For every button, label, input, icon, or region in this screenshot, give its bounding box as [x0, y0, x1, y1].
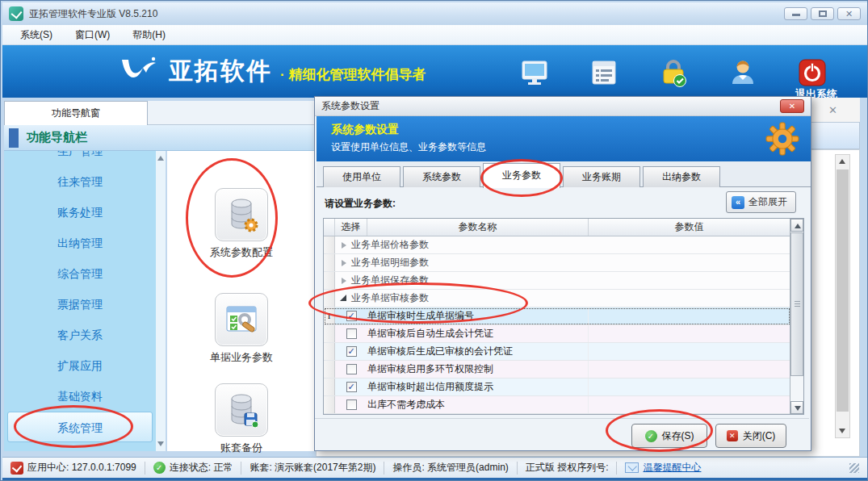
- params-table: 选择 参数名称 参数值 业务单据价格参数业务单据明细参数业务单据保存参数业务单据…: [323, 218, 804, 415]
- group-label: 业务单据保存参数: [351, 272, 429, 289]
- maximize-button[interactable]: [811, 7, 834, 20]
- reminder-link[interactable]: 温馨提醒中心: [643, 461, 701, 475]
- database-gear-icon[interactable]: [215, 188, 268, 241]
- sidebar-item[interactable]: 扩展应用: [7, 350, 153, 381]
- scroll-up-icon[interactable]: [157, 156, 164, 161]
- sidebar-item[interactable]: 基础资料: [7, 381, 153, 412]
- param-value: [589, 379, 790, 395]
- param-item-row[interactable]: ✓单据审核时超出信用额度提示: [324, 379, 790, 396]
- envelope-icon: [625, 462, 639, 473]
- sidebar-item[interactable]: 综合管理: [7, 258, 153, 289]
- window-titlebar: 亚拓管理软件专业版 V8.5.210 ✕: [2, 2, 867, 25]
- dialog-tab[interactable]: 业务参数: [483, 163, 560, 188]
- module-label[interactable]: 系统参数配置: [167, 245, 316, 260]
- module-backup[interactable]: 账套备份: [167, 383, 316, 455]
- param-checkbox[interactable]: [346, 399, 357, 410]
- param-name: 单据审核时生成单据编号: [367, 307, 589, 324]
- expanded-icon[interactable]: [340, 295, 346, 301]
- param-group-row[interactable]: 业务单据保存参数: [324, 272, 790, 290]
- row-header-cell: [324, 272, 335, 289]
- sidebar-item[interactable]: 系统管理: [7, 412, 153, 442]
- scrollbar-thumb[interactable]: [790, 232, 803, 376]
- lock-icon[interactable]: [659, 58, 688, 87]
- scroll-down-icon[interactable]: [790, 401, 803, 414]
- sidebar-item[interactable]: 往来管理: [7, 166, 153, 197]
- nav-header-accent: [9, 128, 19, 148]
- table-header: 选择 参数名称 参数值: [324, 219, 803, 236]
- close-dialog-button[interactable]: ✕ 关闭(C): [715, 424, 786, 448]
- document-close-icon[interactable]: ✕: [828, 104, 837, 116]
- row-header-column: [324, 219, 335, 236]
- close-x-icon: ✕: [727, 430, 738, 441]
- minimize-button[interactable]: [784, 7, 807, 20]
- param-group-row[interactable]: 业务单据明细参数: [324, 254, 790, 272]
- params-prompt: 请设置业务参数:: [325, 197, 396, 211]
- param-value: [589, 396, 790, 413]
- scroll-down-icon[interactable]: [157, 441, 164, 446]
- menu-item[interactable]: 帮助(H): [123, 26, 175, 44]
- dialog-tab[interactable]: 业务账期: [563, 166, 640, 187]
- param-value: [589, 343, 790, 360]
- sidebar-scrollbar[interactable]: [156, 151, 166, 451]
- scroll-down-icon[interactable]: [839, 429, 845, 433]
- param-item-row[interactable]: 单据审核后自动生成会计凭证: [324, 325, 790, 343]
- param-group-row[interactable]: 业务单据审核参数: [324, 290, 790, 307]
- form-list-icon[interactable]: [589, 58, 619, 87]
- module-label[interactable]: 单据业务参数: [167, 350, 316, 365]
- param-group-row[interactable]: 业务单据价格参数: [324, 236, 790, 254]
- power-icon[interactable]: [798, 58, 827, 87]
- param-checkbox[interactable]: ✓: [346, 382, 357, 392]
- dialog-tab[interactable]: 出纳参数: [643, 166, 720, 187]
- nav-tab-row: 功能导航窗: [4, 101, 316, 125]
- param-item-row[interactable]: 单据审核启用多环节权限控制: [324, 361, 790, 379]
- dialog-tab[interactable]: 使用单位: [323, 166, 400, 187]
- status-reminder[interactable]: 温馨提醒中心: [625, 461, 701, 475]
- sidebar-item[interactable]: 客户关系: [7, 320, 153, 350]
- database-backup-icon[interactable]: [215, 383, 268, 437]
- param-item-row[interactable]: I✓单据审核时生成单据编号: [324, 307, 790, 325]
- collapsed-icon[interactable]: [342, 260, 346, 266]
- sidebar-item[interactable]: 账务处理: [7, 197, 153, 228]
- row-header-cell: [324, 325, 335, 342]
- close-button[interactable]: ✕: [837, 7, 861, 20]
- expand-all-button[interactable]: « 全部展开: [726, 191, 796, 213]
- param-item-row[interactable]: 出库不需考虑成本: [324, 396, 790, 414]
- module-label[interactable]: 账套备份: [167, 441, 316, 455]
- param-value: [589, 325, 790, 342]
- menu-item[interactable]: 窗口(W): [65, 26, 120, 44]
- collapsed-icon[interactable]: [342, 278, 346, 284]
- group-label: 业务单据明细参数: [351, 254, 429, 271]
- sidebar-item[interactable]: 票据管理: [7, 289, 153, 320]
- param-checkbox[interactable]: [346, 328, 357, 339]
- banner-subtitle: 设置使用单位信息、业务参数等信息: [331, 140, 486, 154]
- desktop-icon[interactable]: [520, 58, 549, 87]
- column-param-name: 参数名称: [367, 219, 589, 236]
- dialog-close-button[interactable]: ✕: [780, 99, 804, 113]
- module-doc-params[interactable]: 单据业务参数: [167, 293, 316, 365]
- form-wrench-icon[interactable]: [215, 293, 268, 346]
- brand-slogan: 精细化管理软件倡导者: [288, 67, 426, 82]
- dialog-tab[interactable]: 系统参数: [403, 166, 480, 187]
- sidebar-nav-list: 生产管理往来管理账务处理出纳管理综合管理票据管理客户关系扩展应用基础资料系统管理: [4, 151, 156, 451]
- menu-item[interactable]: 系统(S): [10, 26, 62, 44]
- param-checkbox[interactable]: [346, 364, 357, 374]
- save-button[interactable]: ✓ 保存(S): [631, 424, 707, 448]
- table-scrollbar[interactable]: [790, 219, 803, 414]
- scroll-up-icon[interactable]: [839, 159, 845, 164]
- module-system-params[interactable]: 系统参数配置: [167, 188, 316, 260]
- sidebar-item[interactable]: 出纳管理: [7, 228, 153, 258]
- scroll-up-icon[interactable]: [790, 219, 803, 232]
- param-checkbox[interactable]: ✓: [346, 311, 357, 321]
- resize-grip[interactable]: [849, 463, 859, 473]
- document-scrollbar[interactable]: [835, 154, 850, 438]
- scrollbar-thumb[interactable]: [837, 169, 849, 412]
- close-button-label: 关闭(C): [743, 429, 776, 443]
- tab-function-nav[interactable]: 功能导航窗: [4, 101, 148, 125]
- user-icon[interactable]: [728, 58, 757, 87]
- sidebar-item[interactable]: 生产管理: [7, 151, 153, 166]
- status-app-center: 应用中心: 127.0.0.1:7099: [10, 461, 136, 475]
- param-checkbox[interactable]: ✓: [346, 346, 357, 357]
- dialog-title: 系统参数设置: [321, 99, 379, 113]
- param-item-row[interactable]: ✓单据审核后生成已审核的会计凭证: [324, 343, 790, 361]
- collapsed-icon[interactable]: [342, 242, 346, 249]
